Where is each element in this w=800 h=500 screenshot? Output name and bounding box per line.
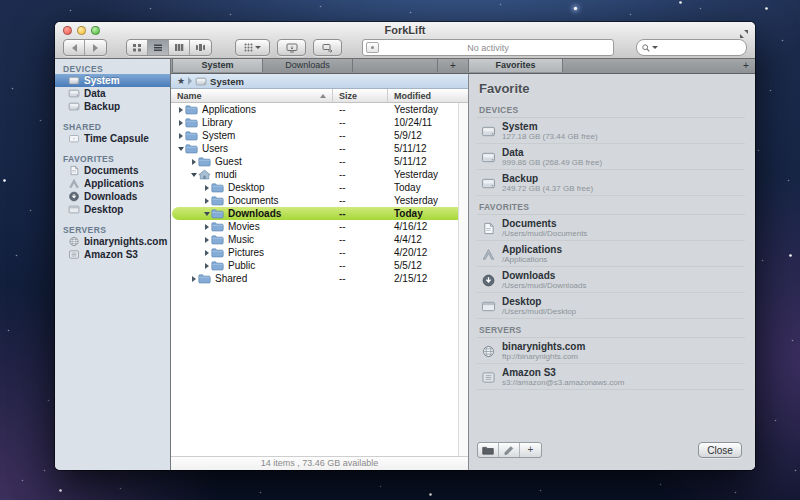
sidebar-item[interactable]: Applications <box>55 177 170 190</box>
transfer-button[interactable] <box>313 39 342 56</box>
sidebar-item[interactable]: Backup <box>55 100 170 113</box>
favorite-name: Amazon S3 <box>502 367 745 378</box>
tab-downloads[interactable]: Downloads <box>262 59 353 72</box>
bright-stars <box>0 0 1 1</box>
disclosure-triangle-icon[interactable] <box>202 246 211 259</box>
column-header-name[interactable]: Name <box>171 89 333 102</box>
table-row[interactable]: mudi -- Yesterday <box>172 168 467 181</box>
disclosure-triangle-icon[interactable] <box>176 116 185 129</box>
close-panel-button[interactable]: Close <box>698 442 742 458</box>
title-bar[interactable]: ForkLift <box>55 22 755 59</box>
favorite-entry[interactable]: Downloads /Users/mudi/Downloads <box>477 267 745 293</box>
favorite-entry[interactable]: Documents /Users/mudi/Documents <box>477 215 745 241</box>
column-header-modified[interactable]: Modified <box>388 89 468 102</box>
column-view-button[interactable] <box>169 40 190 55</box>
search-scope-caret-icon[interactable] <box>652 46 658 49</box>
sidebar-item: SHARED <box>55 121 170 132</box>
favorite-name: binarynights.com <box>502 341 745 352</box>
list-view-button[interactable] <box>148 40 169 55</box>
favorite-entry[interactable]: binarynights.com ftp://binarynights.com <box>477 338 745 364</box>
add-tab-button-left[interactable]: + <box>437 59 469 72</box>
disclosure-triangle-icon[interactable] <box>176 129 185 142</box>
table-row[interactable]: Users -- 5/11/12 <box>172 142 467 155</box>
favorite-detail: /Users/mudi/Desktop <box>502 307 745 316</box>
folder-icon <box>211 208 224 219</box>
sidebar-item[interactable]: Amazon S3 <box>55 248 170 261</box>
favorite-entry[interactable]: Backup 249.72 GB (4.37 GB free) <box>477 170 745 196</box>
disclosure-triangle-icon[interactable] <box>202 259 211 272</box>
activity-toggle-button[interactable] <box>366 42 379 53</box>
tab-system[interactable]: System <box>172 59 263 72</box>
disclosure-triangle-icon[interactable] <box>189 272 198 285</box>
disclosure-triangle-icon[interactable] <box>202 207 211 220</box>
workspace-grid-icon <box>244 43 253 52</box>
disclosure-triangle-icon[interactable] <box>202 220 211 233</box>
workspace-menu-button[interactable] <box>235 39 270 56</box>
table-row[interactable]: Desktop -- Today <box>172 181 467 194</box>
table-row[interactable]: Guest -- 5/11/12 <box>172 155 467 168</box>
sidebar-item-label: Downloads <box>84 191 137 202</box>
table-row[interactable]: Library -- 10/24/11 <box>172 116 467 129</box>
breadcrumb[interactable]: System <box>195 76 244 87</box>
file-modified: 5/11/12 <box>388 156 467 167</box>
sidebar-item[interactable]: System <box>55 74 170 87</box>
table-row[interactable]: Documents -- Yesterday <box>172 194 467 207</box>
sidebar-item[interactable]: Documents <box>55 164 170 177</box>
favorite-entry[interactable]: System 127.18 GB (73.44 GB free) <box>477 118 745 144</box>
add-tab-button-right[interactable]: + <box>739 59 753 72</box>
new-group-button[interactable] <box>478 443 499 457</box>
downloads-icon <box>68 191 80 202</box>
icon-view-button[interactable] <box>127 40 148 55</box>
disclosure-triangle-icon[interactable] <box>189 155 198 168</box>
s3-icon <box>68 249 80 260</box>
edit-favorite-button[interactable] <box>499 443 520 457</box>
table-row[interactable]: Pictures -- 4/20/12 <box>172 246 467 259</box>
forward-button[interactable] <box>85 40 106 55</box>
forward-icon <box>93 44 98 52</box>
add-favorite-button[interactable]: + <box>520 443 541 457</box>
desktop: ForkLift <box>0 0 800 500</box>
file-size: -- <box>333 208 388 219</box>
disclosure-triangle-icon[interactable] <box>176 103 185 116</box>
table-row[interactable]: Movies -- 4/16/12 <box>172 220 467 233</box>
activity-field[interactable]: No activity <box>362 39 614 56</box>
sidebar-item-label: System <box>84 75 120 86</box>
favorite-entry[interactable]: Amazon S3 s3://amazon@s3.amazonaws.com <box>477 364 745 390</box>
scrollbar[interactable] <box>458 103 468 456</box>
favorite-entry[interactable]: Data 999.86 GB (268.49 GB free) <box>477 144 745 170</box>
coverflow-view-button[interactable] <box>190 40 211 55</box>
table-row[interactable]: System -- 5/9/12 <box>172 129 467 142</box>
connect-button[interactable] <box>277 39 306 56</box>
disclosure-triangle-icon[interactable] <box>176 142 185 155</box>
back-button[interactable] <box>64 40 85 55</box>
file-size: -- <box>333 195 388 206</box>
sidebar-item[interactable]: Desktop <box>55 203 170 216</box>
favorite-detail: s3://amazon@s3.amazonaws.com <box>502 378 745 387</box>
disclosure-triangle-icon[interactable] <box>189 168 198 181</box>
folder-icon <box>211 234 224 245</box>
disclosure-triangle-icon[interactable] <box>202 181 211 194</box>
search-input[interactable] <box>636 39 747 56</box>
table-row[interactable]: Public -- 5/5/12 <box>172 259 467 272</box>
sidebar-item[interactable]: Data <box>55 87 170 100</box>
disclosure-triangle-icon[interactable] <box>202 194 211 207</box>
table-row[interactable]: Music -- 4/4/12 <box>172 233 467 246</box>
table-row[interactable]: Applications -- Yesterday <box>172 103 467 116</box>
favorites-star-icon[interactable]: ★ <box>177 74 185 88</box>
column-header-size[interactable]: Size <box>333 89 388 102</box>
file-name: mudi <box>215 169 237 180</box>
favorite-entry[interactable]: Desktop /Users/mudi/Desktop <box>477 293 745 319</box>
file-modified: 5/5/12 <box>388 260 467 271</box>
tab-favorites[interactable]: Favorites <box>468 59 563 72</box>
sidebar-item[interactable]: Downloads <box>55 190 170 203</box>
sidebar-item[interactable]: binarynights.com <box>55 235 170 248</box>
fullscreen-icon[interactable] <box>739 25 749 35</box>
sidebar-item[interactable]: Time Capsule <box>55 132 170 145</box>
disclosure-triangle-icon[interactable] <box>202 233 211 246</box>
folder-icon <box>185 104 198 115</box>
favorite-entry[interactable]: Applications /Applications <box>477 241 745 267</box>
sidebar-item: SERVERS <box>55 224 170 235</box>
sidebar-item: FAVORITES <box>55 153 170 164</box>
table-row[interactable]: Downloads -- Today <box>172 207 467 220</box>
table-row[interactable]: Shared -- 2/15/12 <box>172 272 467 285</box>
